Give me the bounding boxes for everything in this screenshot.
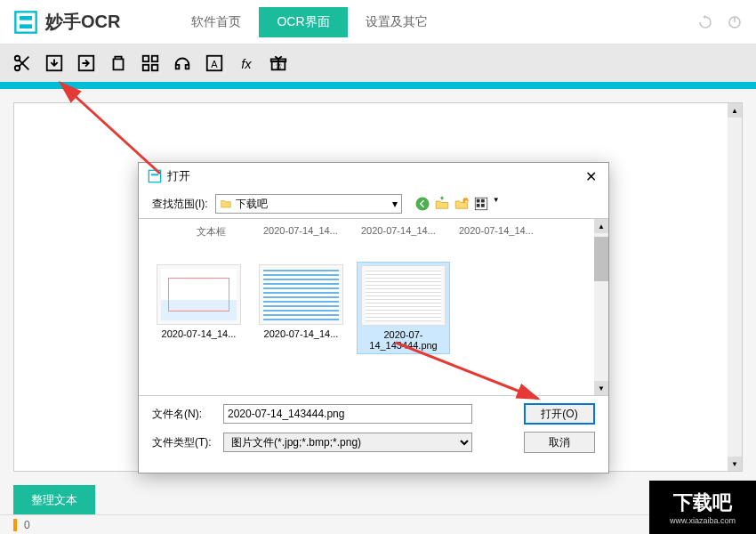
svg-rect-29 — [476, 204, 479, 207]
dialog-nav-icons: ★ ▼ — [414, 196, 500, 212]
qrcode-icon[interactable] — [139, 52, 162, 75]
status-bar: 0 — [0, 514, 756, 534]
svg-rect-13 — [143, 65, 149, 70]
svg-rect-0 — [15, 12, 36, 32]
svg-rect-31 — [481, 204, 485, 207]
file-name-1: 2020-07-14_14... — [162, 328, 237, 339]
file-scroll-thumb[interactable] — [594, 237, 608, 281]
power-icon[interactable] — [727, 14, 743, 30]
text-a-icon[interactable]: A — [203, 52, 226, 75]
location-dropdown[interactable]: 下载吧 ▾ — [215, 194, 402, 214]
gift-icon[interactable]: 赏 — [267, 52, 290, 75]
titlebar-right — [697, 14, 743, 30]
file-items: 2020-07-14_14... 2020-07-14_14... 2020-0… — [152, 262, 595, 354]
top-file-2[interactable]: 2020-07-14_14... — [361, 225, 446, 239]
app-logo-icon — [13, 10, 38, 35]
file-thumb-2 — [259, 264, 343, 325]
top-file-1[interactable]: 2020-07-14_14... — [263, 225, 348, 239]
file-thumb-3 — [361, 265, 446, 326]
bottom-bar: 整理文本 — [0, 485, 756, 515]
scroll-down-icon[interactable]: ▼ — [728, 457, 742, 471]
svg-rect-30 — [481, 199, 485, 203]
scrollbar[interactable]: ▲ ▼ — [728, 103, 742, 471]
trash-icon[interactable] — [107, 52, 130, 75]
top-file-3[interactable]: 2020-07-14_14... — [459, 225, 543, 239]
import-down-icon[interactable] — [43, 52, 66, 75]
watermark: 下载吧 www.xiazaiba.com — [649, 481, 756, 534]
file-name-3: 2020-07-14_143444.png — [369, 329, 437, 351]
dialog-title-text: 打开 — [167, 168, 190, 184]
up-folder-icon[interactable] — [434, 196, 450, 212]
filename-label: 文件名(N): — [152, 407, 214, 422]
open-button[interactable]: 打开(O) — [524, 403, 595, 425]
file-scroll-up-icon[interactable]: ▲ — [594, 219, 608, 233]
top-folder-label: 文本框 — [197, 225, 250, 239]
file-item-1[interactable]: 2020-07-14_14... — [152, 262, 245, 354]
file-scroll-down-icon[interactable]: ▼ — [594, 381, 608, 395]
dialog-app-icon — [148, 169, 162, 183]
file-open-dialog: 打开 ✕ 查找范围(I): 下载吧 ▾ ★ ▼ 文本框 2020-07-14_1… — [138, 162, 609, 473]
svg-rect-14 — [152, 65, 157, 70]
tab-home[interactable]: 软件首页 — [173, 7, 259, 37]
fx-icon[interactable]: fx — [235, 52, 258, 75]
file-item-3[interactable]: 2020-07-14_143444.png — [357, 262, 450, 354]
lookup-label: 查找范围(I): — [152, 197, 208, 212]
svg-text:赏: 赏 — [276, 62, 282, 70]
toolbar: A fx 赏 — [0, 44, 756, 82]
view-dropdown-icon[interactable]: ▼ — [493, 196, 500, 212]
titlebar: 妙手OCR 软件首页 OCR界面 设置及其它 — [0, 0, 756, 44]
svg-rect-23 — [151, 174, 158, 175]
tab-settings[interactable]: 设置及其它 — [348, 7, 446, 37]
export-right-icon[interactable] — [75, 52, 98, 75]
svg-text:A: A — [211, 59, 218, 69]
svg-rect-1 — [20, 16, 32, 20]
back-icon[interactable] — [414, 196, 430, 212]
tab-ocr[interactable]: OCR界面 — [259, 7, 347, 37]
location-text: 下载吧 — [236, 197, 268, 212]
refresh-icon[interactable] — [697, 14, 713, 30]
filetype-select[interactable]: 图片文件(*.jpg;*.bmp;*.png) — [223, 433, 472, 452]
filetype-field: 文件类型(T): 图片文件(*.jpg;*.bmp;*.png) 取消 — [152, 432, 595, 453]
svg-rect-12 — [152, 56, 157, 61]
svg-rect-22 — [149, 170, 160, 182]
view-mode-icon[interactable] — [473, 196, 489, 212]
scroll-up-icon[interactable]: ▲ — [728, 103, 742, 117]
status-indicator — [13, 519, 17, 531]
file-thumb-1 — [157, 264, 241, 325]
filetype-label: 文件类型(T): — [152, 435, 214, 450]
app-title: 妙手OCR — [45, 10, 120, 34]
filename-field: 文件名(N): 打开(O) — [152, 403, 595, 425]
dialog-titlebar: 打开 ✕ — [139, 163, 608, 190]
file-row-top: 文本框 2020-07-14_14... 2020-07-14_14... 20… — [152, 223, 595, 244]
close-icon[interactable]: ✕ — [582, 167, 599, 185]
watermark-url: www.xiazaiba.com — [670, 516, 736, 525]
status-count: 0 — [24, 519, 30, 531]
new-folder-icon[interactable]: ★ — [454, 196, 470, 212]
accent-bar — [0, 82, 756, 89]
file-scrollbar[interactable]: ▲ ▼ — [594, 219, 608, 395]
cancel-button[interactable]: 取消 — [524, 432, 595, 453]
svg-rect-11 — [143, 56, 149, 61]
file-list: 文本框 2020-07-14_14... 2020-07-14_14... 20… — [139, 218, 608, 396]
file-item-2[interactable]: 2020-07-14_14... — [254, 262, 348, 354]
watermark-title: 下载吧 — [673, 490, 732, 516]
file-name-2: 2020-07-14_14... — [264, 328, 339, 339]
dialog-bottom: 文件名(N): 打开(O) 文件类型(T): 图片文件(*.jpg;*.bmp;… — [139, 396, 608, 460]
tidy-text-button[interactable]: 整理文本 — [13, 485, 95, 515]
scissors-icon[interactable] — [11, 52, 34, 75]
folder-icon — [220, 198, 232, 210]
nav-tabs: 软件首页 OCR界面 设置及其它 — [173, 7, 445, 37]
filename-input[interactable] — [223, 404, 472, 424]
svg-text:fx: fx — [241, 57, 252, 71]
svg-rect-28 — [476, 199, 479, 203]
svg-point-24 — [415, 198, 429, 211]
dialog-toolbar: 查找范围(I): 下载吧 ▾ ★ ▼ — [139, 190, 608, 218]
svg-rect-2 — [20, 24, 32, 28]
headphones-icon[interactable] — [171, 52, 194, 75]
